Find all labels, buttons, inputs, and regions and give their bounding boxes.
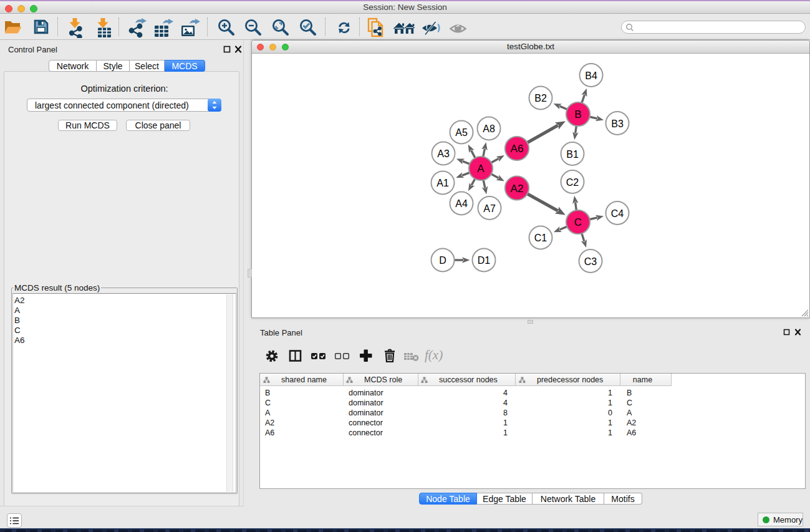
svg-text:A4: A4 [455, 198, 468, 209]
svg-text:D1: D1 [478, 255, 491, 266]
svg-text:A5: A5 [455, 127, 468, 138]
svg-text:C1: C1 [534, 233, 547, 243]
svg-text:B4: B4 [585, 70, 597, 81]
svg-text:C3: C3 [584, 256, 597, 267]
svg-text:C: C [574, 216, 582, 228]
svg-text:A: A [477, 163, 485, 175]
svg-text:B1: B1 [566, 149, 579, 160]
svg-text:A8: A8 [483, 123, 495, 134]
svg-text:A2: A2 [511, 183, 524, 195]
svg-text:A6: A6 [511, 143, 524, 155]
svg-text:C2: C2 [566, 177, 579, 188]
svg-text:A3: A3 [437, 148, 450, 159]
svg-text:A7: A7 [483, 203, 496, 214]
svg-text:B: B [574, 109, 581, 120]
svg-text:D: D [439, 255, 446, 266]
svg-text:C4: C4 [611, 208, 624, 219]
svg-text:A1: A1 [436, 178, 449, 188]
svg-text:B3: B3 [611, 118, 624, 129]
svg-text:B2: B2 [534, 93, 547, 104]
